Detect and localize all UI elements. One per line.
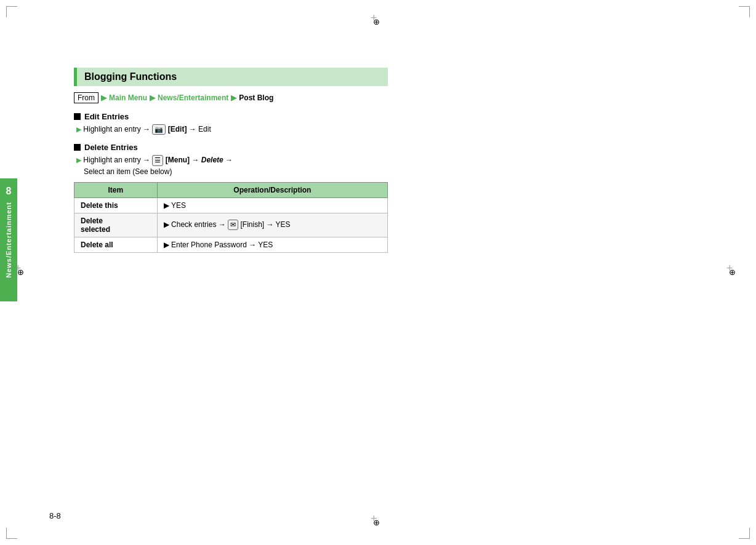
- table-cell-delete-this-op: ▶ YES: [157, 197, 387, 213]
- table-cell-delete-all-op: ▶ Enter Phone Password → YES: [157, 237, 387, 252]
- section-square-delete: [74, 144, 81, 151]
- corner-mark-br: [739, 528, 750, 539]
- edit-arrow: ▶: [76, 125, 81, 133]
- breadcrumb-main-menu: Main Menu: [109, 93, 147, 102]
- edit-key-label: [Edit]: [168, 125, 187, 133]
- breadcrumb-arrow-1: ▶: [101, 93, 107, 102]
- crosshair-bottom: ⊕: [373, 518, 383, 528]
- edit-camera-key: 📷: [152, 124, 166, 135]
- table-header-operation: Operation/Description: [157, 182, 387, 197]
- delete-entries-section: Delete Entries ▶ Highlight an entry → ☰ …: [74, 143, 388, 252]
- table-cell-delete-all-item: Delete all: [74, 237, 158, 252]
- title-bar: Blogging Functions: [74, 68, 388, 86]
- table-cell-delete-this-item: Delete this: [74, 197, 158, 213]
- side-tab-label: News/Entertainment: [5, 202, 12, 278]
- section-square-edit: [74, 113, 81, 120]
- table-row: Delete all ▶ Enter Phone Password → YES: [74, 237, 388, 252]
- corner-mark-tl: [6, 6, 17, 17]
- breadcrumb-from: From: [74, 92, 99, 103]
- table-row: Deleteselected ▶ Check entries → ✉ [Fini…: [74, 213, 388, 237]
- delete-entries-title: Delete Entries: [74, 143, 388, 152]
- table-row: Delete this ▶ YES: [74, 197, 388, 213]
- delete-table: Item Operation/Description Delete this ▶…: [74, 182, 388, 253]
- crosshair-top: ⊕: [373, 17, 383, 27]
- corner-mark-bl: [6, 528, 17, 539]
- edit-entries-section: Edit Entries ▶ Highlight an entry → 📷 [E…: [74, 112, 388, 135]
- breadcrumb-news-entertainment: News/Entertainment: [158, 93, 228, 102]
- crosshair-left: ⊕: [17, 268, 27, 277]
- delete-select-item: Select an item (See below): [84, 167, 172, 176]
- breadcrumb-arrow-2: ▶: [150, 93, 155, 102]
- table-cell-delete-selected-op: ▶ Check entries → ✉ [Finish] → YES: [157, 213, 387, 237]
- finish-key-icon: ✉: [228, 220, 238, 230]
- delete-entries-content: ▶ Highlight an entry → ☰ [Menu] → Delete…: [76, 154, 388, 178]
- delete-arrow: ▶: [76, 156, 81, 164]
- breadcrumb: From ▶ Main Menu ▶ News/Entertainment ▶ …: [74, 92, 388, 103]
- table-cell-delete-selected-item: Deleteselected: [74, 213, 158, 237]
- edit-entries-content: ▶ Highlight an entry → 📷 [Edit] → Edit: [76, 124, 388, 135]
- delete-menu-key: ☰: [152, 155, 163, 165]
- page-number: 8-8: [49, 511, 61, 520]
- breadcrumb-arrow-3: ▶: [231, 93, 236, 102]
- side-tab-number: 8: [6, 186, 12, 197]
- main-content: Blogging Functions From ▶ Main Menu ▶ Ne…: [74, 68, 388, 260]
- edit-entries-title: Edit Entries: [74, 112, 388, 121]
- crosshair-right: ⊕: [729, 268, 739, 277]
- finish-label: [Finish]: [240, 220, 264, 229]
- corner-mark-tr: [739, 6, 750, 17]
- delete-entries-label: Delete Entries: [84, 143, 138, 152]
- page-title: Blogging Functions: [84, 71, 380, 82]
- delete-italic-label: Delete: [201, 156, 223, 164]
- edit-entries-label: Edit Entries: [84, 112, 129, 121]
- breadcrumb-post-blog: Post Blog: [239, 93, 273, 102]
- delete-menu-label: [Menu]: [166, 156, 190, 164]
- side-tab: 8 News/Entertainment: [0, 178, 17, 301]
- table-header-item: Item: [74, 182, 158, 197]
